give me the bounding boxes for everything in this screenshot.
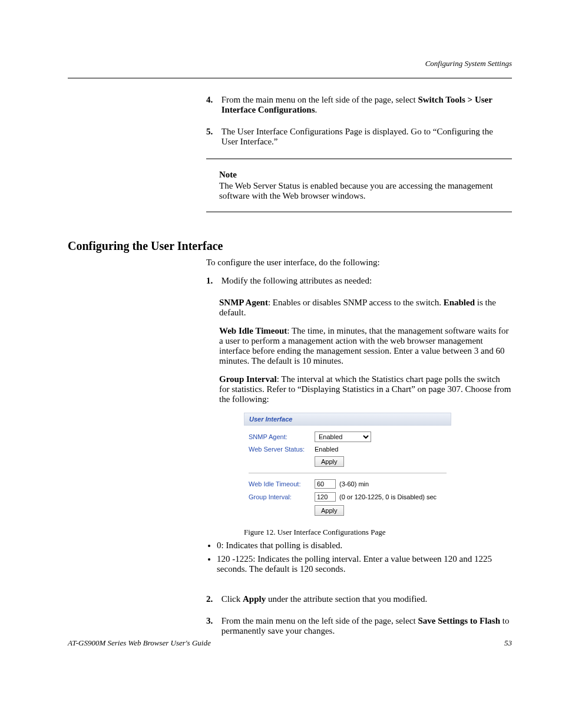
bullet-item: 0: Indicates that polling is disabled. <box>217 541 512 551</box>
attr-step-3: 3. From the main menu on the left side o… <box>206 616 512 636</box>
label-wss: Web Server Status: <box>249 446 315 453</box>
footer-left: AT-GS900M Series Web Browser User's Guid… <box>68 638 211 648</box>
section-title: Configuring the User Interface <box>68 239 512 253</box>
ui-body: SNMP Agent: Enabled Web Server Status: E… <box>244 426 451 519</box>
text-frag: Apply <box>243 594 266 604</box>
footer-right: 53 <box>504 638 512 648</box>
step-num: 3. <box>206 616 219 626</box>
text-frag: Click <box>222 594 243 604</box>
label-wit: Web Idle Timeout: <box>249 480 315 487</box>
note-text: The Web Server Status is enabled because… <box>219 181 512 201</box>
text-frag: Save Settings to Flash <box>418 616 500 625</box>
web-idle-timeout-input[interactable] <box>315 479 336 489</box>
attr-step-1: 1. Modify the following attributes as ne… <box>206 276 512 286</box>
apply-button-bottom[interactable]: Apply <box>315 505 344 516</box>
step-4: 4. From the main menu on the left side o… <box>206 95 512 115</box>
attr-label: Group Interval <box>219 374 277 384</box>
gi-bullets: 0: Indicates that polling is disabled. 1… <box>206 541 512 574</box>
row-gi: Group Interval: (0 or 120-1225, 0 is Dis… <box>249 492 447 502</box>
text-frag: under the attribute section that you mod… <box>266 594 427 604</box>
attr-label: Web Idle Timeout <box>219 326 287 335</box>
group-interval-input[interactable] <box>315 492 336 502</box>
step-num: 2. <box>206 594 219 604</box>
note-rule-top <box>206 159 512 159</box>
attr-wit: Web Idle Timeout: The time, in minutes, … <box>219 326 512 366</box>
apply-button-top[interactable]: Apply <box>315 456 344 467</box>
label-snmp: SNMP Agent: <box>249 433 315 440</box>
attr-step-2: 2. Click Apply under the attribute secti… <box>206 594 512 604</box>
text-frag: Enabled <box>444 298 475 307</box>
step-5: 5. The User Interface Configurations Pag… <box>206 127 512 147</box>
page-footer: AT-GS900M Series Web Browser User's Guid… <box>68 638 512 648</box>
ui-separator <box>249 473 447 473</box>
ui-panel: User Interface SNMP Agent: Enabled Web S… <box>244 413 451 519</box>
note-rule-bottom <box>206 212 512 212</box>
figure-caption: Figure 12. User Interface Configurations… <box>244 528 512 537</box>
note-block: Note The Web Server Status is enabled be… <box>206 170 512 201</box>
step-num: 1. <box>206 276 219 286</box>
step-text: The User Interface Configurations Page i… <box>222 127 512 147</box>
ui-titlebar: User Interface <box>244 413 451 426</box>
row-wit: Web Idle Timeout: (3-60) min <box>249 479 447 489</box>
step-num: 4. <box>206 95 219 105</box>
value-wss: Enabled <box>315 446 338 453</box>
lead-para: To configure the user interface, do the … <box>206 258 512 268</box>
step-text: From the main menu on the left side of t… <box>222 616 512 636</box>
hint-wit: (3-60) min <box>339 480 369 487</box>
step-text: From the main menu on the left side of t… <box>222 95 512 115</box>
snmp-agent-select[interactable]: Enabled <box>315 431 371 442</box>
bullet-item: 120 -1225: Indicates the polling interva… <box>217 554 512 574</box>
step-text: Click Apply under the attribute section … <box>222 594 512 604</box>
note-label: Note <box>219 170 237 180</box>
row-snmp: SNMP Agent: Enabled <box>249 431 447 442</box>
text-frag: From the main menu on the left side of t… <box>222 616 418 625</box>
text-frag: From the main menu on the left side of t… <box>222 95 418 104</box>
top-rule <box>68 78 512 78</box>
hint-gi: (0 or 120-1225, 0 is Disabled) sec <box>339 493 437 500</box>
step-text: Modify the following attributes as neede… <box>222 276 512 286</box>
attr-label: SNMP Agent <box>219 298 268 307</box>
running-head: Configuring System Settings <box>425 59 512 68</box>
label-gi: Group Interval: <box>249 493 315 500</box>
attr-gi: Group Interval: The interval at which th… <box>219 374 512 404</box>
attr-snmp: SNMP Agent: Enables or disables SNMP acc… <box>219 298 512 318</box>
text-frag: . <box>315 105 317 114</box>
row-wss: Web Server Status: Enabled <box>249 446 447 453</box>
text-frag: : Enables or disables SNMP access to the… <box>268 298 444 307</box>
step-num: 5. <box>206 127 219 137</box>
